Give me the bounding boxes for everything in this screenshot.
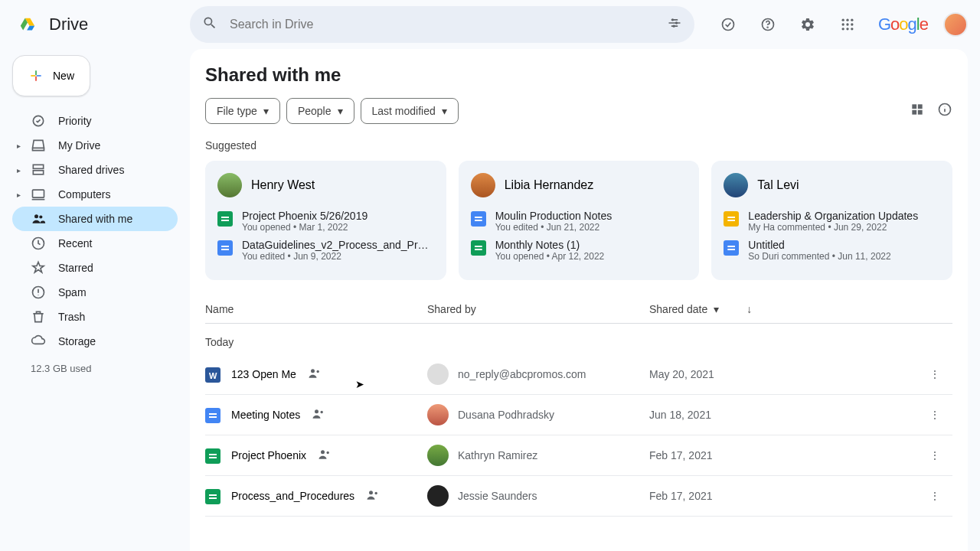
shared-icon	[307, 366, 322, 383]
search-input[interactable]	[230, 18, 655, 31]
search-icon	[202, 15, 217, 34]
starred-icon	[31, 260, 46, 276]
app-header: Drive Google	[0, 0, 980, 49]
nav-shared-with-me[interactable]: Shared with me	[12, 207, 178, 231]
suggested-cards: Henry West Project Phoenix 5/26/2019You …	[205, 161, 952, 280]
group-today: Today	[205, 324, 952, 354]
col-shared-by[interactable]: Shared by	[427, 303, 649, 315]
svg-point-1	[675, 21, 678, 24]
nav-computers[interactable]: ▸Computers	[12, 182, 178, 207]
filter-last-modified[interactable]: Last modified▾	[361, 98, 459, 124]
expand-icon[interactable]: ▸	[17, 166, 21, 174]
logo-area[interactable]: Drive	[12, 9, 190, 40]
col-shared-date[interactable]: Shared date▾↓	[649, 303, 871, 315]
sheets-icon	[205, 489, 220, 504]
filter-bar: File type▾ People▾ Last modified▾	[205, 98, 952, 124]
apps-icon[interactable]	[832, 9, 863, 40]
suggest-card[interactable]: Henry West Project Phoenix 5/26/2019You …	[205, 161, 446, 280]
expand-icon[interactable]: ▸	[17, 191, 21, 199]
arrow-down-icon[interactable]: ↓	[746, 303, 752, 315]
svg-point-14	[851, 28, 853, 30]
search-options-icon[interactable]	[667, 15, 682, 34]
svg-rect-18	[33, 190, 44, 197]
nav-priority[interactable]: Priority	[12, 109, 178, 133]
more-icon[interactable]: ⋮	[923, 446, 946, 465]
chevron-down-icon: ▾	[263, 105, 269, 117]
main-content: Shared with me File type▾ People▾ Last m…	[190, 49, 968, 551]
sheets-icon	[471, 240, 486, 256]
svg-point-0	[671, 18, 674, 21]
suggested-file[interactable]: Monthly Notes (1)You opened • Apr 12, 20…	[471, 239, 688, 262]
info-icon[interactable]	[937, 102, 952, 120]
help-icon[interactable]	[753, 9, 783, 40]
svg-point-20	[39, 215, 42, 218]
person-avatar	[217, 173, 242, 197]
svg-rect-23	[912, 104, 916, 109]
suggested-file[interactable]: Moulin Production NotesYou edited • Jun …	[471, 210, 688, 233]
docs-icon	[724, 240, 739, 256]
suggest-card[interactable]: Libia Hernandez Moulin Production NotesY…	[459, 161, 700, 280]
storage-icon	[31, 334, 46, 349]
docs-icon	[217, 240, 233, 256]
nav-recent[interactable]: Recent	[12, 231, 178, 256]
priority-icon	[31, 113, 46, 129]
page-title: Shared with me	[205, 64, 952, 86]
filter-people[interactable]: People▾	[286, 98, 354, 124]
expand-icon[interactable]: ▸	[17, 142, 21, 150]
file-row[interactable]: Project Phoenix Kathryn Ramirez Feb 17, …	[205, 435, 952, 476]
search-bar[interactable]	[190, 6, 694, 43]
more-icon[interactable]: ⋮	[923, 487, 946, 505]
nav-spam[interactable]: Spam	[12, 280, 178, 305]
svg-point-30	[315, 409, 318, 413]
svg-point-5	[767, 27, 768, 28]
suggested-file[interactable]: Project Phoenix 5/26/2019You opened • Ma…	[217, 210, 434, 233]
sheets-icon	[205, 448, 220, 464]
nav-trash[interactable]: Trash	[12, 305, 178, 329]
file-row[interactable]: Process_and_Procedures Jessie Saunders F…	[205, 476, 952, 517]
chevron-down-icon: ▾	[338, 105, 343, 117]
svg-point-11	[851, 23, 853, 25]
table-header: Name Shared by Shared date▾↓	[205, 295, 952, 324]
file-row[interactable]: Meeting Notes Dusana Podhradsky Jun 18, …	[205, 395, 952, 435]
file-row[interactable]: 123 Open Me no_reply@abcpromos.com May 2…	[205, 354, 952, 395]
suggested-file[interactable]: UntitledSo Duri commented • Jun 11, 2022	[724, 239, 940, 262]
shared-icon	[317, 447, 332, 465]
suggest-card[interactable]: Tal Levi Leadership & Organization Updat…	[711, 161, 952, 280]
svg-rect-24	[918, 104, 923, 109]
google-logo: Google	[872, 15, 934, 34]
nav-storage[interactable]: Storage	[12, 329, 178, 354]
my-drive-icon	[31, 138, 46, 153]
nav-shared-drives[interactable]: ▸Shared drives	[12, 158, 178, 182]
trash-icon	[31, 309, 46, 324]
sharer-avatar	[427, 445, 449, 466]
suggested-file[interactable]: DataGuidelines_v2_Process_and_Pr…You edi…	[217, 239, 434, 262]
more-icon[interactable]: ⋮	[923, 365, 946, 383]
sharer-avatar	[427, 364, 449, 385]
shared-icon	[311, 406, 326, 424]
nav-starred[interactable]: Starred	[12, 256, 178, 280]
svg-point-13	[846, 28, 848, 30]
sidebar: New Priority ▸My Drive ▸Shared drives ▸C…	[0, 49, 190, 390]
svg-point-12	[841, 28, 844, 30]
svg-point-33	[327, 451, 329, 453]
grid-view-icon[interactable]	[910, 102, 925, 120]
spam-icon	[31, 285, 46, 300]
suggested-file[interactable]: Leadership & Organization UpdatesMy Ha c…	[724, 210, 940, 233]
col-name[interactable]: Name	[205, 303, 427, 315]
svg-point-2	[672, 25, 675, 28]
svg-point-10	[846, 23, 848, 25]
more-icon[interactable]: ⋮	[923, 406, 946, 424]
storage-used-text: 12.3 GB used	[12, 354, 178, 383]
sheets-icon	[217, 211, 233, 227]
shared-drives-icon	[31, 162, 46, 178]
nav-my-drive[interactable]: ▸My Drive	[12, 133, 178, 158]
svg-rect-17	[33, 171, 43, 174]
suggested-label: Suggested	[205, 139, 952, 152]
svg-point-32	[321, 450, 325, 454]
account-avatar[interactable]	[943, 12, 968, 37]
settings-icon[interactable]	[792, 9, 823, 40]
new-button[interactable]: New	[12, 55, 90, 96]
filter-file-type[interactable]: File type▾	[205, 98, 280, 124]
ready-offline-icon[interactable]	[713, 9, 743, 40]
shared-icon	[365, 487, 381, 505]
